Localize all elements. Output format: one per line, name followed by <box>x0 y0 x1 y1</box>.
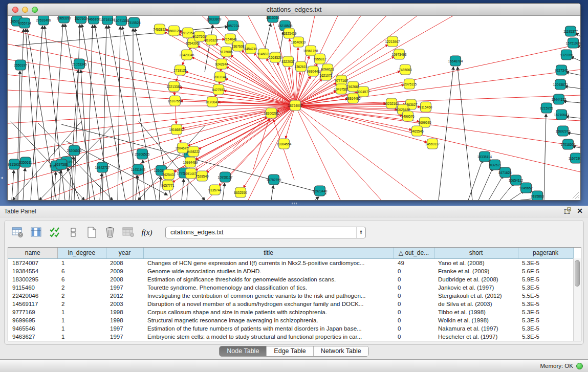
table-cell[interactable]: 5.3E-5 <box>518 300 573 308</box>
table-cell[interactable]: 5.3E-5 <box>518 324 573 333</box>
table-cell[interactable]: 9465546 <box>8 324 57 333</box>
table-cell[interactable]: 2003 <box>106 300 143 308</box>
graph-edge[interactable] <box>8 105 295 154</box>
table-scrollbar-thumb[interactable] <box>575 260 580 287</box>
table-cell[interactable]: 2008 <box>106 258 143 267</box>
table-cell[interactable]: 2009 <box>106 267 143 275</box>
graph-node[interactable]: 7485063 <box>399 64 412 75</box>
graph-node[interactable]: 9227342 <box>555 65 568 75</box>
window-resize-grip[interactable] <box>578 198 579 199</box>
graph-node[interactable]: 1362615 <box>294 61 308 72</box>
column-header-pagerank[interactable]: pagerank <box>518 248 573 258</box>
table-cell[interactable]: 18300295 <box>8 275 57 283</box>
import-table-button[interactable] <box>121 225 136 239</box>
graph-edge[interactable] <box>295 44 580 105</box>
table-cell[interactable]: 1997 <box>106 283 143 292</box>
table-cell[interactable]: 0 <box>394 292 434 300</box>
graph-node[interactable]: 14569117 <box>425 139 440 149</box>
column-header-out_degree[interactable]: △ out_de... <box>394 248 434 258</box>
graph-edge[interactable] <box>248 105 295 200</box>
table-cell[interactable]: 6 <box>57 267 106 275</box>
memory-status-indicator[interactable] <box>576 363 583 369</box>
network-canvas[interactable]: 2650191405571427691406106532871527602946… <box>8 16 580 200</box>
table-row[interactable]: 1830029562008Estimation of significance … <box>8 275 573 283</box>
graph-node[interactable]: 17016504 <box>561 139 576 149</box>
graph-edge[interactable] <box>576 33 580 36</box>
function-builder-button[interactable]: f(x) <box>140 225 154 239</box>
table-cell[interactable]: Jankovic et al. (1997) <box>434 283 518 292</box>
graph-node[interactable]: 8632550 <box>234 187 247 198</box>
graph-node[interactable]: 7515526 <box>127 17 141 28</box>
graph-node[interactable]: 10958107 <box>218 172 233 182</box>
new-column-button[interactable] <box>84 225 99 239</box>
table-cell[interactable]: 5.3E-5 <box>518 316 573 324</box>
table-cell[interactable]: Stergiakouli et al. (2012) <box>434 292 518 300</box>
graph-node[interactable]: 11195377 <box>563 26 578 36</box>
graph-node[interactable]: 3175685 <box>220 47 233 57</box>
table-row[interactable]: 911546021997Tourette syndrome. Phenomeno… <box>8 283 573 292</box>
table-cell[interactable]: 49 <box>394 258 434 267</box>
graph-edge[interactable] <box>271 186 273 200</box>
column-header-year[interactable]: year <box>106 248 143 258</box>
table-cell[interactable]: 9777169 <box>8 308 57 316</box>
table-row[interactable]: 969969511998Structural magnetic resonanc… <box>8 316 573 324</box>
table-cell[interactable]: 1 <box>57 333 106 341</box>
graph-edge[interactable] <box>100 173 102 200</box>
table-cell[interactable]: Corpus callosum shape and size in male p… <box>143 308 394 316</box>
graph-node[interactable]: 8427552 <box>212 84 225 95</box>
graph-node[interactable]: 20206526 <box>135 149 150 159</box>
graph-edge[interactable] <box>8 105 295 185</box>
graph-node[interactable]: 10653287 <box>57 16 72 23</box>
table-cell[interactable]: Nakamura et al. (1997) <box>434 324 518 333</box>
table-cell[interactable]: 9699695 <box>8 316 57 324</box>
graph-node[interactable]: 12213383 <box>167 81 182 92</box>
graph-node[interactable]: 16210643 <box>554 110 569 120</box>
graph-node[interactable]: 9465546 <box>410 126 424 136</box>
network-window-titlebar[interactable]: citations_edges.txt <box>8 4 580 16</box>
tab-edge-table[interactable]: Edge Table <box>267 346 313 356</box>
table-cell[interactable]: Yano et al. (2008) <box>434 258 518 267</box>
table-row[interactable]: 2242004622012Investigating the contribut… <box>8 292 573 300</box>
graph-node[interactable]: 7955812 <box>313 54 326 64</box>
graph-node[interactable]: 9135744 <box>208 185 222 195</box>
tab-node-table[interactable]: Node Table <box>220 346 267 356</box>
graph-edge[interactable] <box>544 114 546 200</box>
table-row[interactable]: 1456911722003Disruption of a novel membe… <box>8 300 573 308</box>
clear-selection-button[interactable] <box>66 225 80 239</box>
graph-edge[interactable] <box>565 86 580 89</box>
graph-edge[interactable] <box>468 160 483 200</box>
table-cell[interactable]: 5.3E-5 <box>518 258 573 267</box>
graph-node[interactable]: 22420046 <box>180 50 194 60</box>
table-cell[interactable]: Estimation of significance thresholds fo… <box>143 275 394 283</box>
graph-edge[interactable] <box>568 133 580 135</box>
select-all-button[interactable] <box>48 225 62 239</box>
graph-node[interactable]: 18724007 <box>288 100 303 111</box>
table-cell[interactable]: 9115460 <box>8 283 57 292</box>
graph-node[interactable]: 18300295 <box>264 108 279 118</box>
graph-edge[interactable] <box>566 72 580 75</box>
graph-edge[interactable] <box>95 25 125 200</box>
graph-node[interactable]: 9329366 <box>560 50 573 60</box>
table-row[interactable]: 1872400712008Changes of HCN gene express… <box>8 258 573 267</box>
graph-node[interactable]: 29364486 <box>346 93 361 103</box>
graph-node[interactable]: 9499576 <box>401 111 415 121</box>
graph-node[interactable]: 9242844 <box>215 59 228 69</box>
graph-node[interactable]: 7463822 <box>153 24 166 34</box>
splitter-grip[interactable] <box>291 202 297 205</box>
graph-node[interactable]: 2718126 <box>173 65 187 75</box>
table-cell[interactable]: 5.6E-5 <box>518 267 573 275</box>
graph-node[interactable]: 10994489 <box>183 157 198 167</box>
graph-node[interactable]: 25206506 <box>67 145 82 156</box>
graph-node[interactable]: 9146821 <box>257 49 270 59</box>
table-cell[interactable]: Estimation of the future numbers of pati… <box>143 324 394 333</box>
delete-column-button[interactable] <box>103 225 117 239</box>
graph-node[interactable]: 11451944 <box>131 164 146 174</box>
graph-node[interactable]: 7857224 <box>226 20 239 31</box>
table-cell[interactable]: Wolkin et al. (1998) <box>434 316 518 324</box>
graph-node[interactable]: 9297588 <box>55 159 68 169</box>
graph-edge[interactable] <box>478 168 493 200</box>
table-row[interactable]: 1938455462009Genome-wide association stu… <box>8 267 573 275</box>
table-cell[interactable]: Changes of HCN gene expression and I(f) … <box>143 258 394 267</box>
graph-edge[interactable] <box>295 105 580 172</box>
graph-node[interactable]: 18335114 <box>477 151 492 162</box>
